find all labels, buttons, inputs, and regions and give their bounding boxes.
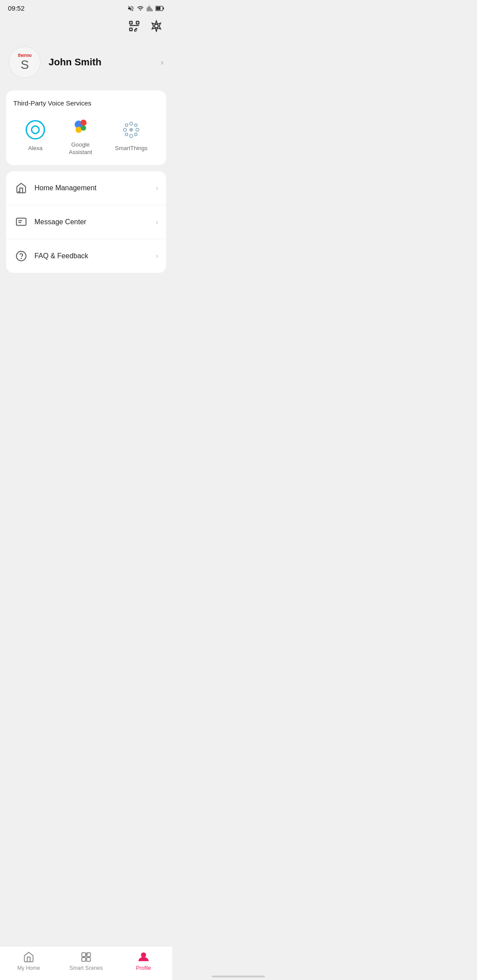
svg-rect-1 (163, 7, 164, 9)
wifi-icon (137, 5, 144, 12)
settings-button[interactable] (148, 18, 164, 34)
status-time: 09:52 (8, 4, 25, 12)
svg-point-26 (16, 251, 26, 261)
alexa-label: Alexa (28, 145, 43, 152)
svg-marker-7 (152, 21, 160, 31)
svg-rect-4 (136, 22, 139, 24)
profile-chevron: › (161, 58, 163, 67)
smartthings-label: SmartThings (115, 145, 148, 152)
svg-point-21 (135, 133, 137, 136)
faq-icon (14, 249, 28, 263)
voice-services-title: Third-Party Voice Services (13, 99, 159, 107)
svg-point-18 (125, 124, 128, 127)
mute-icon (127, 5, 134, 12)
svg-point-12 (81, 125, 86, 131)
faq-chevron: › (156, 252, 158, 260)
settings-icon (150, 20, 163, 32)
svg-rect-2 (156, 7, 160, 10)
svg-point-20 (125, 133, 128, 136)
google-assistant-icon (70, 116, 91, 137)
voice-services-list: Alexa GoogleAssistant (13, 116, 159, 156)
svg-point-13 (129, 128, 133, 132)
scan-icon (128, 20, 140, 32)
alexa-icon (25, 119, 46, 140)
status-icons (127, 5, 164, 12)
top-actions (0, 15, 172, 39)
svg-point-19 (135, 124, 137, 127)
svg-rect-5 (130, 28, 132, 31)
google-assistant-service[interactable]: GoogleAssistant (69, 116, 92, 156)
faq-feedback-label: FAQ & Feedback (34, 252, 156, 260)
svg-point-15 (130, 135, 133, 138)
svg-point-11 (76, 127, 82, 133)
status-bar: 09:52 (0, 0, 172, 15)
avatar: thermo S (9, 46, 41, 78)
voice-services-card: Third-Party Voice Services Alexa Google (6, 90, 166, 165)
avatar-letter: S (21, 59, 29, 71)
svg-point-16 (124, 128, 127, 132)
svg-rect-3 (130, 22, 132, 24)
home-management-item[interactable]: Home Management › (6, 171, 166, 205)
home-management-icon (14, 181, 28, 195)
message-center-item[interactable]: Message Center › (6, 205, 166, 239)
home-management-label: Home Management (34, 184, 156, 192)
svg-point-10 (80, 120, 87, 126)
message-center-icon (14, 215, 28, 229)
svg-point-8 (155, 24, 158, 28)
svg-point-17 (136, 128, 139, 132)
message-center-label: Message Center (34, 218, 156, 226)
home-management-chevron: › (156, 184, 158, 192)
menu-card: Home Management › Message Center › FAQ &… (6, 171, 166, 273)
battery-icon (155, 5, 164, 11)
message-center-chevron: › (156, 218, 158, 226)
faq-feedback-item[interactable]: FAQ & Feedback › (6, 239, 166, 273)
smartthings-service[interactable]: SmartThings (115, 119, 148, 152)
svg-point-14 (130, 122, 133, 125)
avatar-brand: thermo (18, 53, 32, 58)
scan-button[interactable] (126, 18, 142, 34)
svg-rect-23 (16, 218, 26, 225)
google-label: GoogleAssistant (69, 141, 92, 156)
signal-icon (147, 5, 153, 11)
smartthings-icon (121, 119, 142, 140)
profile-header[interactable]: thermo S John Smith › (0, 39, 172, 85)
alexa-service[interactable]: Alexa (25, 119, 46, 152)
profile-name: John Smith (49, 57, 161, 68)
